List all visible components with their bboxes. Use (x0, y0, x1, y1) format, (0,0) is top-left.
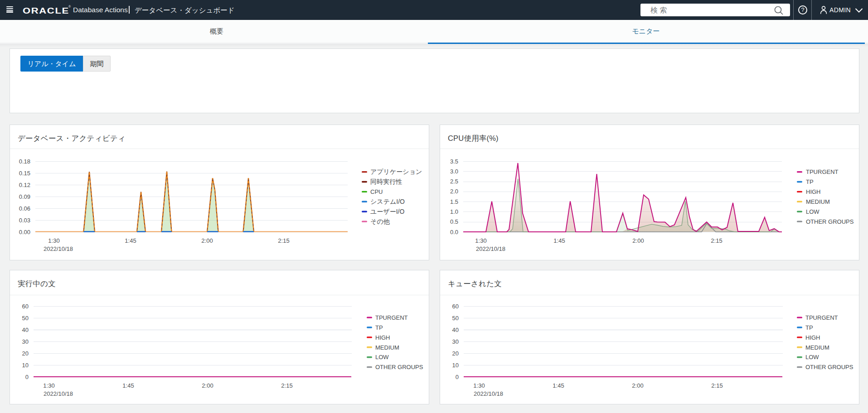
svg-text:2:15: 2:15 (711, 237, 722, 244)
svg-text:20: 20 (22, 350, 29, 357)
svg-text:HIGH: HIGH (805, 334, 820, 341)
svg-text:HIGH: HIGH (375, 334, 390, 341)
svg-text:1:45: 1:45 (553, 382, 564, 389)
svg-text:OTHER GROUPS: OTHER GROUPS (806, 218, 854, 225)
svg-text:2:15: 2:15 (278, 237, 289, 244)
svg-text:2:00: 2:00 (632, 237, 644, 244)
svg-text:60: 60 (22, 303, 29, 310)
svg-text:20: 20 (452, 350, 459, 357)
svg-text:2.0: 2.0 (450, 188, 458, 195)
svg-text:30: 30 (22, 338, 29, 345)
svg-text:40: 40 (452, 327, 459, 333)
svg-text:0.15: 0.15 (19, 170, 30, 177)
svg-text:0.09: 0.09 (19, 193, 30, 200)
svg-text:0.0: 0.0 (450, 229, 458, 235)
svg-text:1:30: 1:30 (48, 237, 59, 244)
svg-text:60: 60 (452, 303, 459, 310)
svg-text:同時実行性: 同時実行性 (370, 178, 402, 185)
svg-text:0.12: 0.12 (19, 182, 30, 188)
svg-text:TPURGENT: TPURGENT (805, 314, 838, 321)
svg-text:HIGH: HIGH (806, 188, 821, 195)
svg-text:TPURGENT: TPURGENT (806, 168, 839, 175)
svg-text:2022/10/18: 2022/10/18 (44, 245, 73, 252)
svg-text:2:15: 2:15 (281, 382, 292, 389)
svg-text:0.18: 0.18 (19, 158, 30, 165)
svg-text:TPURGENT: TPURGENT (375, 314, 408, 321)
svg-text:3.0: 3.0 (450, 168, 458, 175)
svg-text:1.0: 1.0 (450, 208, 458, 215)
svg-text:MEDIUM: MEDIUM (375, 344, 399, 351)
svg-text:2022/10/18: 2022/10/18 (474, 390, 503, 397)
svg-text:1:30: 1:30 (43, 382, 54, 389)
svg-text:0.03: 0.03 (19, 217, 30, 224)
svg-text:TP: TP (805, 324, 813, 331)
svg-text:10: 10 (22, 362, 29, 369)
svg-text:1:30: 1:30 (473, 382, 485, 389)
svg-text:ユーザーI/O: ユーザーI/O (370, 208, 404, 215)
svg-text:1:30: 1:30 (475, 237, 486, 244)
svg-text:0.06: 0.06 (19, 205, 30, 212)
svg-text:MEDIUM: MEDIUM (806, 198, 830, 205)
svg-text:1.5: 1.5 (450, 198, 458, 205)
svg-text:2:15: 2:15 (711, 382, 723, 389)
svg-text:2.5: 2.5 (450, 178, 458, 185)
svg-text:LOW: LOW (375, 354, 389, 360)
svg-text:3.5: 3.5 (450, 158, 458, 165)
svg-text:OTHER GROUPS: OTHER GROUPS (805, 364, 853, 370)
svg-text:0: 0 (456, 374, 459, 380)
svg-text:10: 10 (452, 362, 459, 369)
svg-text:システムI/O: システムI/O (370, 198, 405, 205)
svg-text:LOW: LOW (805, 354, 819, 360)
svg-text:50: 50 (452, 315, 459, 322)
svg-text:2:00: 2:00 (632, 382, 643, 389)
svg-text:2:00: 2:00 (201, 237, 213, 244)
svg-text:1:45: 1:45 (553, 237, 565, 244)
svg-text:2022/10/18: 2022/10/18 (476, 245, 505, 252)
svg-text:30: 30 (452, 338, 459, 345)
svg-text:OTHER GROUPS: OTHER GROUPS (375, 364, 423, 370)
svg-text:2022/10/18: 2022/10/18 (44, 390, 73, 397)
svg-text:1:45: 1:45 (122, 382, 134, 389)
svg-text:TP: TP (375, 324, 383, 331)
svg-text:1:45: 1:45 (125, 237, 136, 244)
svg-text:0.5: 0.5 (450, 218, 458, 225)
svg-text:MEDIUM: MEDIUM (805, 344, 829, 351)
svg-text:40: 40 (22, 327, 29, 333)
svg-text:50: 50 (22, 315, 29, 322)
svg-text:0.00: 0.00 (19, 229, 30, 235)
svg-text:LOW: LOW (806, 208, 820, 215)
svg-text:CPU: CPU (370, 188, 383, 195)
svg-text:TP: TP (806, 178, 814, 185)
svg-text:アプリケーション: アプリケーション (370, 168, 422, 175)
svg-text:その他: その他 (370, 218, 390, 225)
svg-text:0: 0 (25, 374, 29, 380)
svg-text:2:00: 2:00 (202, 382, 213, 389)
